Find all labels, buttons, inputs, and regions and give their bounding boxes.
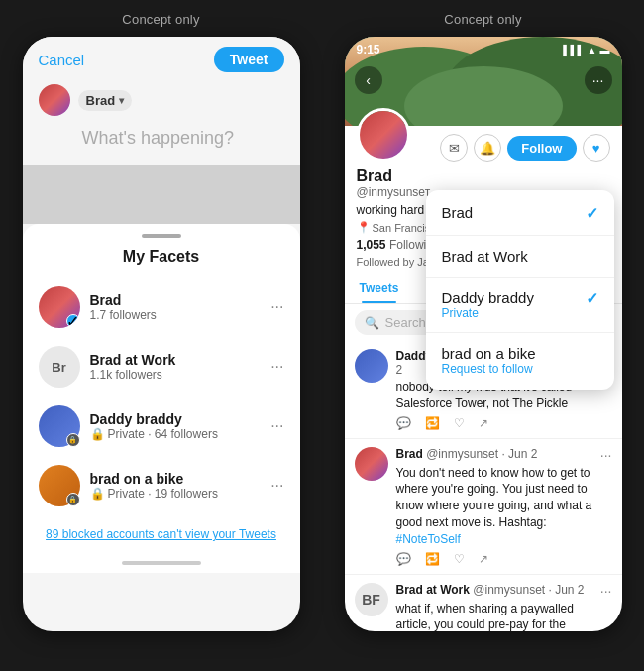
- heart-button[interactable]: ♥: [583, 134, 610, 162]
- tab-tweets[interactable]: Tweets: [345, 274, 414, 303]
- facet-avatar-brad: ✓: [39, 286, 80, 328]
- facet-followers-brad: 1.7 followers: [90, 308, 262, 322]
- back-button[interactable]: ‹: [355, 66, 382, 94]
- blocked-accounts-link[interactable]: 89 blocked accounts can't view your Twee…: [23, 515, 300, 553]
- dropdown-divider-2: [426, 277, 614, 278]
- message-button[interactable]: ✉: [440, 134, 468, 162]
- dropdown-label-brad-work: Brad at Work: [442, 248, 528, 265]
- retweet-btn-1[interactable]: 🔁: [425, 416, 440, 430]
- dropdown-label-bike: brad on a bike Request to follow: [442, 345, 536, 376]
- lock-text-daddy: 🔒: [90, 427, 105, 441]
- scroll-indicator: [142, 234, 181, 238]
- follow-button[interactable]: Follow: [507, 136, 576, 161]
- right-concept-label: Concept only: [444, 12, 521, 27]
- like-btn-2[interactable]: ♡: [454, 552, 465, 566]
- compose-placeholder[interactable]: What's happening?: [23, 122, 300, 165]
- facet-item-daddy[interactable]: 🔒 Daddy braddy 🔒 Private · 64 followers …: [23, 396, 300, 456]
- status-time: 9:15: [357, 43, 380, 56]
- tweet-avatar-1: [355, 349, 388, 383]
- right-phone: 9:15 ▌▌▌ ▲ ▬: [345, 37, 622, 631]
- facet-check-badge: ✓: [66, 314, 80, 328]
- profile-row: ✉ 🔔 Follow ♥: [357, 104, 610, 162]
- signal-icon: ▌▌▌: [563, 45, 584, 56]
- status-bar: 9:15 ▌▌▌ ▲ ▬: [345, 37, 622, 56]
- cover-overlay-btns: ‹ ···: [345, 66, 622, 94]
- tweet-content-3: Brad at Work @inmysunset · Jun 2 ··· wha…: [396, 583, 612, 631]
- facet-info-daddy: Daddy braddy 🔒 Private · 64 followers: [90, 411, 262, 441]
- facet-followers-daddy: 🔒 Private · 64 followers: [90, 427, 262, 441]
- tweet-content-2: Brad @inmysunset · Jun 2 ··· You don't n…: [396, 447, 612, 566]
- dropdown-check-brad: ✓: [586, 204, 598, 223]
- dropdown-item-bike[interactable]: brad on a bike Request to follow: [426, 335, 614, 386]
- search-icon: 🔍: [365, 316, 379, 330]
- profile-name: Brad: [357, 168, 610, 185]
- more-button-cover[interactable]: ···: [585, 66, 612, 94]
- status-icons: ▌▌▌ ▲ ▬: [563, 45, 609, 56]
- compose-avatar: [39, 84, 70, 116]
- tweet-header-2: Brad @inmysunset · Jun 2 ···: [396, 447, 612, 463]
- battery-icon: ▬: [600, 45, 610, 56]
- facet-followers-bike: 🔒 Private · 19 followers: [90, 487, 262, 501]
- tweet-handle-2: @inmysunset ·: [426, 447, 508, 461]
- tweet-button[interactable]: Tweet: [214, 47, 284, 72]
- lock-icon-bike: 🔒: [66, 493, 80, 506]
- left-phone: Cancel Tweet Brad ▾ What's happening?: [23, 37, 300, 631]
- dropdown-item-daddy[interactable]: Daddy braddy Private ✓: [426, 280, 614, 330]
- profile-avatar-fill: [360, 111, 407, 159]
- tweet-item-3: BF Brad at Work @inmysunset · Jun 2 ··· …: [345, 575, 622, 631]
- home-indicator: [23, 553, 300, 573]
- compose-background: [23, 165, 300, 224]
- share-btn-1[interactable]: ↗: [479, 416, 488, 430]
- notification-button[interactable]: 🔔: [474, 134, 501, 162]
- tweet-dots-3[interactable]: ···: [600, 583, 612, 599]
- tweet-date-2: Jun 2: [508, 447, 537, 461]
- chevron-down-icon: ▾: [119, 95, 124, 106]
- facet-info-brad: Brad 1.7 followers: [90, 292, 262, 322]
- tweet-nameline-3: Brad at Work @inmysunset · Jun 2: [396, 583, 585, 597]
- tweet-handle-3: @inmysunset ·: [473, 583, 555, 597]
- facet-dots-bike[interactable]: ···: [270, 477, 283, 495]
- tweet-date-3: Jun 2: [555, 583, 584, 597]
- left-concept-label: Concept only: [122, 12, 199, 27]
- tweet-text-2: You don't need to know how to get to whe…: [396, 465, 612, 548]
- dropdown-text-daddy: Daddy braddy: [442, 289, 534, 306]
- cancel-button[interactable]: Cancel: [39, 52, 85, 68]
- left-phone-section: Concept only Cancel Tweet Brad ▾ What's …: [0, 0, 322, 671]
- facet-name-bike: brad on a bike: [90, 471, 262, 487]
- facet-dots-daddy[interactable]: ···: [270, 417, 283, 435]
- dropdown-item-brad-work[interactable]: Brad at Work: [426, 238, 614, 275]
- facet-dots-brad[interactable]: ···: [270, 298, 283, 316]
- dropdown-text-brad-work: Brad at Work: [442, 248, 528, 265]
- tweet-text-3: what if, when sharing a paywalled articl…: [396, 601, 612, 631]
- dropdown-sub-bike: Request to follow: [442, 362, 536, 376]
- dropdown-label-daddy: Daddy braddy Private: [442, 289, 534, 320]
- facet-name-daddy: Daddy braddy: [90, 411, 262, 427]
- home-bar: [122, 561, 201, 565]
- tweet-nameline-2: Brad @inmysunset · Jun 2: [396, 447, 538, 461]
- account-chip[interactable]: Brad ▾: [78, 90, 133, 111]
- facet-followers-brad-work: 1.1k followers: [90, 368, 262, 382]
- facet-item-bike[interactable]: 🔒 brad on a bike 🔒 Private · 19 follower…: [23, 456, 300, 515]
- facet-dropdown: Brad ✓ Brad at Work Daddy braddy Priva: [426, 190, 614, 390]
- reply-btn-2[interactable]: 💬: [396, 552, 411, 566]
- compose-top-bar: Cancel Tweet: [23, 37, 300, 78]
- tweet-avatar-3: BF: [355, 583, 388, 616]
- dropdown-item-brad[interactable]: Brad ✓: [426, 194, 614, 233]
- tweet-actions-1: 💬 🔁 ♡ ↗: [396, 416, 612, 430]
- share-btn-2[interactable]: ↗: [479, 552, 488, 566]
- profile-action-btns: ✉ 🔔 Follow ♥: [440, 134, 609, 162]
- like-btn-1[interactable]: ♡: [454, 416, 465, 430]
- facet-dots-brad-work[interactable]: ···: [270, 358, 283, 376]
- facet-item-brad-work[interactable]: Br Brad at Work 1.1k followers ···: [23, 337, 300, 396]
- my-facets-title: My Facets: [23, 244, 300, 278]
- retweet-btn-2[interactable]: 🔁: [425, 552, 440, 566]
- facet-info-brad-work: Brad at Work 1.1k followers: [90, 352, 262, 382]
- facet-avatar-brad-work: Br: [39, 346, 80, 388]
- tweet-name-2: Brad: [396, 447, 423, 461]
- facet-item-brad[interactable]: ✓ Brad 1.7 followers ···: [23, 278, 300, 337]
- dropdown-check-daddy: ✓: [586, 289, 598, 308]
- reply-btn-1[interactable]: 💬: [396, 416, 411, 430]
- dropdown-text-brad: Brad: [442, 204, 474, 221]
- tweet-header-3: Brad at Work @inmysunset · Jun 2 ···: [396, 583, 612, 599]
- tweet-dots-2[interactable]: ···: [600, 447, 612, 463]
